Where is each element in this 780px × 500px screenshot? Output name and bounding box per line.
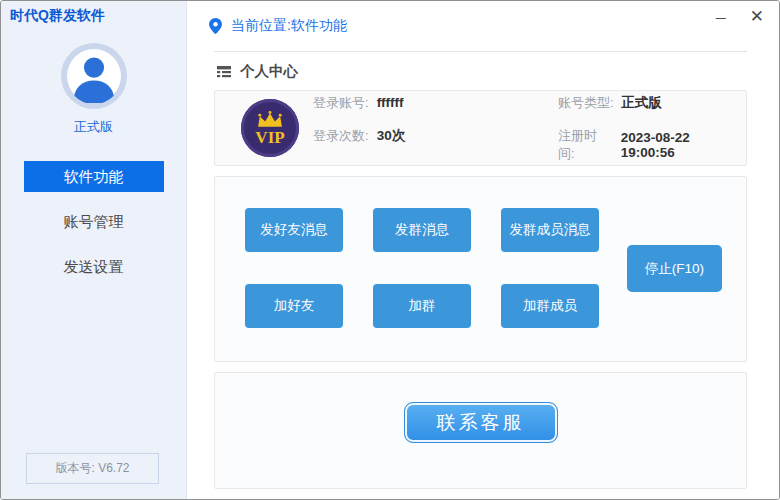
list-icon xyxy=(216,64,232,80)
account-fields-col2: 账号类型: 正式版 注册时间: 2023-08-22 19:00:56 xyxy=(558,94,746,163)
avatar xyxy=(61,43,127,109)
crown-icon xyxy=(255,111,285,128)
send-group-member-message-button[interactable]: 发群成员消息 xyxy=(501,208,599,252)
account-type-field: 账号类型: 正式版 xyxy=(558,94,746,112)
add-friend-button[interactable]: 加好友 xyxy=(245,284,343,328)
app-window: 时代Q群发软件 正式版 软件功能 账号管理 发送设置 版本号: V6.72 xyxy=(0,0,780,500)
close-button[interactable]: ✕ xyxy=(750,8,764,25)
profile-panel-header: 个人中心 xyxy=(214,52,747,90)
avatar-wrap: 正式版 xyxy=(1,43,186,136)
contact-panel: 联系客服 xyxy=(214,372,747,489)
action-button-grid: 发好友消息 发群消息 发群成员消息 加好友 加群 加群成员 xyxy=(245,208,599,328)
register-time-field: 注册时间: 2023-08-22 19:00:56 xyxy=(558,127,746,163)
field-value: 30次 xyxy=(377,127,406,145)
send-group-message-button[interactable]: 发群消息 xyxy=(373,208,471,252)
vip-badge-label: VIP xyxy=(255,129,284,146)
stop-button[interactable]: 停止(F10) xyxy=(627,245,722,292)
add-group-member-button[interactable]: 加群成员 xyxy=(501,284,599,328)
account-fields-col1: 登录账号: ffffff 登录次数: 30次 xyxy=(313,94,558,163)
profile-panel: 个人中心 VIP xyxy=(214,51,747,166)
field-label: 账号类型: xyxy=(558,94,614,112)
field-value: ffffff xyxy=(377,95,404,110)
edition-label: 正式版 xyxy=(74,118,113,136)
sidebar-item-software-functions[interactable]: 软件功能 xyxy=(24,161,164,192)
main-content: 个人中心 VIP xyxy=(214,51,747,489)
account-info-box: VIP 登录账号: ffffff 登录次数: 30次 xyxy=(214,90,747,166)
actions-panel: 发好友消息 发群消息 发群成员消息 加好友 加群 加群成员 停止(F10) xyxy=(214,176,747,362)
field-value: 正式版 xyxy=(622,94,663,112)
sidebar-item-send-settings[interactable]: 发送设置 xyxy=(24,251,164,282)
field-label: 注册时间: xyxy=(558,127,613,163)
topbar: 当前位置:软件功能 xyxy=(187,1,779,51)
location-pin-icon xyxy=(208,17,223,35)
sidebar-menu: 软件功能 账号管理 发送设置 xyxy=(1,161,186,296)
sidebar-item-account-management[interactable]: 账号管理 xyxy=(24,206,164,237)
login-account-field: 登录账号: ffffff xyxy=(313,94,558,112)
main-area: 当前位置:软件功能 ─ ✕ 个人中心 xyxy=(187,1,779,499)
send-friend-message-button[interactable]: 发好友消息 xyxy=(245,208,343,252)
user-icon xyxy=(67,49,121,103)
field-label: 登录次数: xyxy=(313,127,369,145)
breadcrumb: 当前位置:软件功能 xyxy=(231,17,347,35)
field-value: 2023-08-22 19:00:56 xyxy=(621,130,746,160)
window-controls: ─ ✕ xyxy=(716,7,764,25)
sidebar: 时代Q群发软件 正式版 软件功能 账号管理 发送设置 版本号: V6.72 xyxy=(1,1,187,499)
contact-support-button[interactable]: 联系客服 xyxy=(404,402,558,443)
section-title: 个人中心 xyxy=(240,62,298,81)
app-title: 时代Q群发软件 xyxy=(1,1,186,31)
account-fields: 登录账号: ffffff 登录次数: 30次 账号类型: 正式版 xyxy=(313,94,746,163)
minimize-button[interactable]: ─ xyxy=(716,7,726,25)
vip-badge: VIP xyxy=(241,99,299,157)
login-count-field: 登录次数: 30次 xyxy=(313,127,558,145)
add-group-button[interactable]: 加群 xyxy=(373,284,471,328)
field-label: 登录账号: xyxy=(313,94,369,112)
version-label: 版本号: V6.72 xyxy=(26,453,159,484)
